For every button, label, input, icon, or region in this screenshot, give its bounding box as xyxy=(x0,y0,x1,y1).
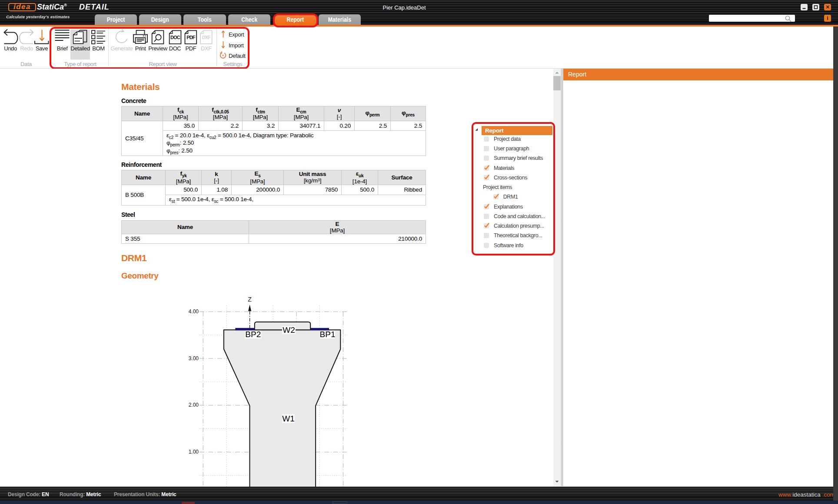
svg-text:BP2: BP2 xyxy=(245,330,261,339)
svg-text:W1: W1 xyxy=(282,414,295,423)
svg-text:1.00: 1.00 xyxy=(189,449,199,455)
svg-text:W2: W2 xyxy=(283,325,295,335)
svg-text:2.00: 2.00 xyxy=(189,402,199,408)
svg-text:4.00: 4.00 xyxy=(189,308,199,315)
svg-text:3.00: 3.00 xyxy=(189,355,199,361)
svg-text:Z: Z xyxy=(248,296,252,303)
svg-text:BP1: BP1 xyxy=(320,330,336,339)
